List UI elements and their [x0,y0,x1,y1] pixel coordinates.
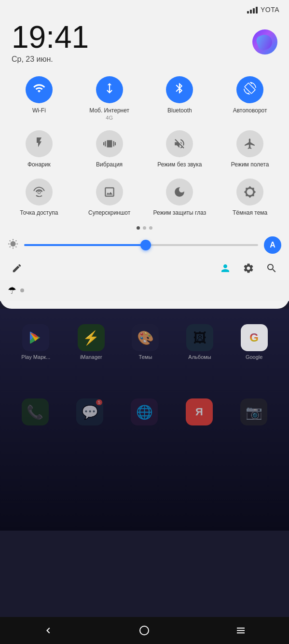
user-button[interactable] [220,262,231,276]
nav-bar [0,617,289,644]
toggle-screenshot[interactable]: Суперскриншот [74,174,145,222]
app-imanager[interactable]: ⚡ iManager [78,324,105,360]
toggle-hotspot-circle [26,178,53,206]
toggle-airplane-label: Режим полета [231,161,269,169]
toggle-darktheme[interactable]: Тёмная тема [215,174,285,222]
toggle-flashlight-circle [26,130,53,157]
toggle-eyeprotect-circle [166,178,193,206]
toggle-eyeprotect[interactable]: Режим защиты глаз [145,174,215,222]
app-yandex[interactable]: Я [186,398,213,428]
svg-point-0 [140,626,149,635]
panel-toolbar [0,260,289,280]
mobile-icon [103,82,116,97]
toggles-grid: Wi-Fi Моб. Интернет 4G Blu [0,71,289,221]
avatar-letter: А [270,241,275,249]
toggle-mobile-sublabel: 4G [106,115,113,121]
notif-dot [20,288,24,292]
toggle-autorotate-label: Автоповорот [233,107,267,115]
dot-2 [143,226,146,230]
toolbar-right [220,262,277,276]
search-button[interactable] [266,262,277,276]
app-imanager-label: iManager [80,354,102,360]
rotate-icon [244,82,256,97]
page-dots [0,221,289,236]
app-row-1: Play Марк... ⚡ iManager 🎨 Темы 🖼 Альбомы… [0,316,289,362]
carrier-label: YOTA [261,6,279,14]
toggle-hotspot-label: Точка доступа [20,209,58,217]
clock-info: 19:41 Ср, 23 июн. [12,20,89,64]
toggle-bluetooth-circle [166,76,193,103]
bluetooth-icon [173,82,186,97]
signal-icon [247,6,258,14]
back-button[interactable] [36,618,60,643]
toggle-flashlight-label: Фонарик [28,161,51,169]
toggle-mobile[interactable]: Моб. Интернет 4G [74,71,145,125]
toggle-darktheme-circle [236,178,263,206]
toggle-bluetooth-label: Bluetooth [167,107,192,115]
app-themes-label: Темы [139,354,152,360]
toggle-mobile-circle [96,76,123,103]
toggle-screenshot-circle [96,178,123,206]
brightness-row: А [0,236,289,254]
toggle-wifi[interactable]: Wi-Fi [4,71,74,125]
notif-umbrella-icon: ☂ [8,285,16,296]
dot-3 [149,226,152,230]
app-play[interactable]: Play Марк... [21,324,50,360]
recent-button[interactable] [229,618,253,643]
brightness-slider[interactable] [24,240,258,250]
app-messages[interactable]: 💬 5 [76,398,103,428]
toggle-flashlight[interactable]: Фонарик [4,125,74,174]
toggle-silent[interactable]: Режим без звука [145,125,215,174]
app-row-2: 📞 💬 5 🌐 Я 📷 [0,391,289,430]
clock-time: 19:41 [12,20,89,54]
toggle-vibration[interactable]: Вибрация [74,125,145,174]
app-camera[interactable]: 📷 [240,398,267,428]
toggle-airplane-circle [236,130,263,157]
app-albums-label: Альбомы [188,354,211,360]
slider-thumb [140,240,151,250]
toggle-vibration-label: Вибрация [96,161,123,169]
app-play-label: Play Марк... [21,354,50,360]
dot-1 [137,226,140,230]
clock-section: 19:41 Ср, 23 июн. [0,15,289,71]
flashlight-icon [33,137,45,151]
toggle-bluetooth[interactable]: Bluetooth [145,71,215,125]
notification-area: ☂ [0,280,289,301]
toggle-mobile-label: Моб. Интернет [89,107,129,115]
wifi-icon [33,82,45,97]
app-phone[interactable]: 📞 [22,398,49,428]
clock-date: Ср, 23 июн. [12,55,89,64]
toggle-darktheme-label: Тёмная тема [233,209,267,217]
toggle-silent-circle [166,130,193,157]
notification-panel: YOTA 19:41 Ср, 23 июн. Wi-Fi [0,0,289,309]
app-google[interactable]: G Google [241,324,268,360]
toggle-autorotate[interactable]: Автоповорот [215,71,285,125]
settings-button[interactable] [243,262,254,276]
toggle-eyeprotect-label: Режим защиты глаз [153,209,206,217]
toggle-autorotate-circle [236,76,263,103]
toggle-wifi-label: Wi-Fi [32,107,46,115]
toggle-vibration-circle [96,130,123,157]
toggle-silent-label: Режим без звука [157,161,202,169]
app-themes[interactable]: 🎨 Темы [132,324,159,360]
user-avatar[interactable]: А [264,236,281,254]
edit-button[interactable] [12,263,22,275]
brightness-icon [8,239,18,252]
toggle-hotspot[interactable]: Точка доступа [4,174,74,222]
home-button[interactable] [132,618,156,643]
app-browser[interactable]: 🌐 [131,398,158,428]
app-albums[interactable]: 🖼 Альбомы [186,324,213,360]
toggle-airplane[interactable]: Режим полета [215,125,285,174]
toggle-wifi-circle [26,76,53,103]
app-google-label: Google [246,354,262,360]
toggle-screenshot-label: Суперскриншот [88,209,130,217]
slider-fill [24,244,146,246]
miui-logo[interactable] [252,29,277,55]
status-bar: YOTA [0,0,289,15]
